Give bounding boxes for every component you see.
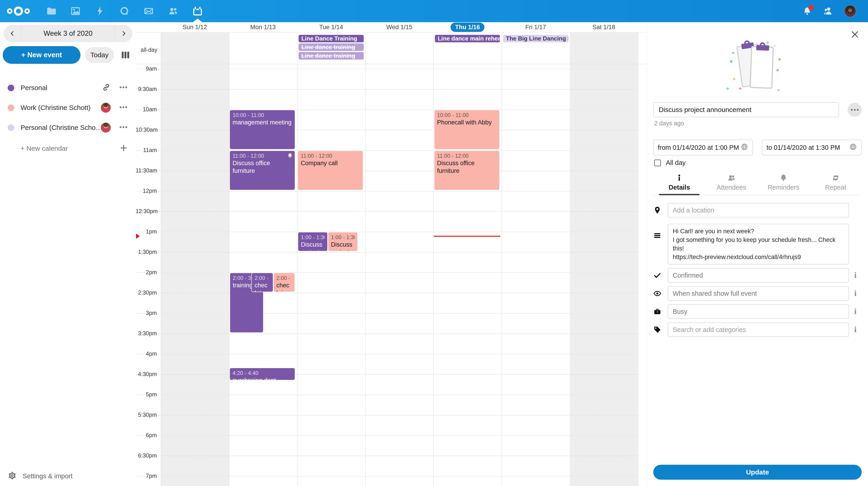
allday-event-line-dance-training[interactable]: Line Dance Training	[299, 35, 364, 42]
time-label-10am: 10am	[135, 106, 157, 113]
user-avatar[interactable]	[844, 5, 856, 17]
location-row: i	[653, 203, 862, 218]
column-separator	[365, 64, 366, 486]
event-company-call[interactable]: 11:00 - 12:00Company call	[298, 150, 363, 190]
checkbox-box[interactable]	[654, 160, 661, 166]
contacts-menu-icon[interactable]	[823, 6, 833, 16]
allday-event-the-big-line-dancing-show[interactable]: The Big Line Dancing Show	[503, 35, 568, 42]
column-separator	[365, 33, 366, 64]
share-link-icon[interactable]	[102, 83, 111, 93]
visibility-select[interactable]: When shared show full event	[668, 286, 849, 301]
today-button[interactable]: Today	[85, 47, 114, 63]
tab-reminders[interactable]: Reminders	[757, 174, 810, 195]
tab-details[interactable]: Details	[653, 174, 706, 195]
calendar-item-trailing	[101, 103, 128, 113]
grid-line	[135, 334, 638, 334]
event-purchasing-dept[interactable]: 4:20 - 4:40purchasing dept	[229, 368, 295, 380]
allday-event-line-dance-training[interactable]: Line dance training	[299, 44, 364, 51]
event-phonecall-with-abby[interactable]: 10:00 - 11:00Phonecall with Abby	[434, 110, 500, 149]
new-calendar-button[interactable]: + New calendar	[0, 139, 135, 159]
start-date-field[interactable]: from 01/14/2020 at 1:00 PM	[653, 140, 753, 155]
calendar-list-item-work-christine-schott[interactable]: Work (Christine Schott)	[0, 98, 135, 118]
weekend-shading	[570, 33, 638, 64]
photos-app-icon[interactable]	[70, 0, 81, 22]
visibility-info-icon[interactable]: i	[849, 289, 862, 298]
contacts-app-icon[interactable]	[167, 0, 179, 22]
event-discuss-office-furniture[interactable]: 11:00 - 12:00Discuss office furniture	[229, 150, 295, 190]
check-icon	[653, 271, 668, 280]
calendar-menu-icon[interactable]	[119, 123, 128, 133]
event-check-in[interactable]: 2:00 - 2:30check-in	[273, 273, 295, 292]
time-label-3pm: 3pm	[135, 310, 157, 316]
allday-event-line-dance-main-rehearsal[interactable]: Line dance main rehearsal	[435, 35, 500, 42]
calendar-app-icon[interactable]	[192, 0, 203, 22]
availability-row: Busy i	[653, 304, 862, 319]
event-discuss-project[interactable]: 1:00 - 1:30Discuss project	[328, 232, 358, 251]
talk-app-icon[interactable]	[119, 0, 130, 22]
left-sidebar: Week 3 of 2020 + New event Today Persona…	[0, 22, 135, 486]
today-pill: Thu 1/16	[451, 23, 485, 32]
tab-label: Reminders	[768, 184, 799, 191]
calendar-menu-icon[interactable]	[119, 103, 128, 113]
column-separator	[638, 33, 638, 64]
grid-line	[135, 476, 638, 477]
calendar-list-item-personal-christine-scho[interactable]: Personal (Christine Scho…)	[0, 118, 135, 138]
event-check-in[interactable]: 2:00 - 2:30check-in	[251, 273, 273, 292]
week-navigation: Week 3 of 2020	[4, 25, 132, 42]
column-separator	[502, 33, 502, 64]
event-time-label: 10:00 - 11:00	[437, 112, 497, 119]
close-icon[interactable]	[851, 30, 859, 38]
next-week-button[interactable]	[115, 25, 132, 42]
time-label-4pm: 4pm	[135, 350, 157, 357]
description-lines-icon	[653, 224, 668, 239]
grid-line	[135, 456, 638, 456]
event-actions-menu-button[interactable]	[848, 103, 862, 117]
event-time-label: 10:00 - 11:00	[232, 112, 292, 119]
nextcloud-logo[interactable]	[6, 5, 31, 17]
allday-row: all-dayLine Dance TrainingLine dance tra…	[135, 33, 647, 64]
event-discuss-project-announcement[interactable]: 1:00 - 1:30Discuss project announcement	[298, 232, 328, 251]
tab-repeat[interactable]: Repeat	[810, 174, 862, 195]
time-grid: 9am9:30am10am10:30am11am11:30am12pm12:30…	[135, 64, 647, 486]
settings-import-button[interactable]: Settings & import	[0, 466, 135, 486]
event-discuss-office-furniture[interactable]: 11:00 - 12:00Discuss office furniture	[434, 150, 500, 190]
files-app-icon[interactable]	[45, 0, 57, 22]
grid-line	[135, 354, 638, 354]
column-separator	[161, 33, 161, 64]
week-label[interactable]: Week 3 of 2020	[21, 25, 115, 42]
availability-info-icon[interactable]: i	[849, 307, 862, 316]
timezone-globe-icon[interactable]	[740, 143, 748, 152]
plus-icon	[119, 144, 128, 153]
new-event-button[interactable]: + New event	[3, 46, 81, 64]
time-label-1:30pm: 1:30pm	[135, 249, 157, 255]
status-select[interactable]: Confirmed	[668, 268, 849, 283]
previous-week-button[interactable]	[4, 25, 21, 42]
end-date-field[interactable]: to 01/14/2020 at 1:30 PM	[762, 140, 862, 155]
calendar-menu-icon[interactable]	[119, 83, 128, 93]
time-label-5pm: 5pm	[135, 391, 157, 398]
description-textarea[interactable]: Hi Carl! are you in next week?I got some…	[668, 224, 849, 264]
allday-event-line-dance-training[interactable]: Line dance training	[299, 52, 364, 59]
categories-info-icon[interactable]: i	[849, 325, 862, 334]
location-input[interactable]	[668, 203, 849, 218]
tab-attendees[interactable]: Attendees	[706, 174, 758, 195]
activity-app-icon[interactable]	[94, 0, 105, 22]
calendar-list-item-personal[interactable]: Personal	[0, 78, 135, 98]
status-info-icon[interactable]: i	[849, 271, 862, 280]
availability-select[interactable]: Busy	[668, 304, 849, 319]
all-day-checkbox[interactable]: All day	[654, 159, 862, 167]
event-title-input[interactable]	[653, 102, 839, 117]
calendar-color-dot	[8, 124, 14, 131]
tab-label: Repeat	[825, 184, 846, 191]
notifications-bell-icon[interactable]	[802, 6, 812, 16]
topbar	[0, 0, 868, 22]
update-button[interactable]: Update	[653, 465, 862, 480]
time-label-5:30pm: 5:30pm	[135, 411, 157, 418]
time-label-9am: 9am	[135, 65, 157, 72]
mail-app-icon[interactable]	[143, 0, 154, 22]
timezone-globe-icon[interactable]	[849, 143, 857, 152]
view-switcher-button[interactable]	[119, 48, 132, 62]
event-management-meeting[interactable]: 10:00 - 11:00management meeting	[229, 110, 295, 149]
shared-by-avatar	[101, 103, 111, 113]
categories-input[interactable]	[668, 322, 849, 337]
